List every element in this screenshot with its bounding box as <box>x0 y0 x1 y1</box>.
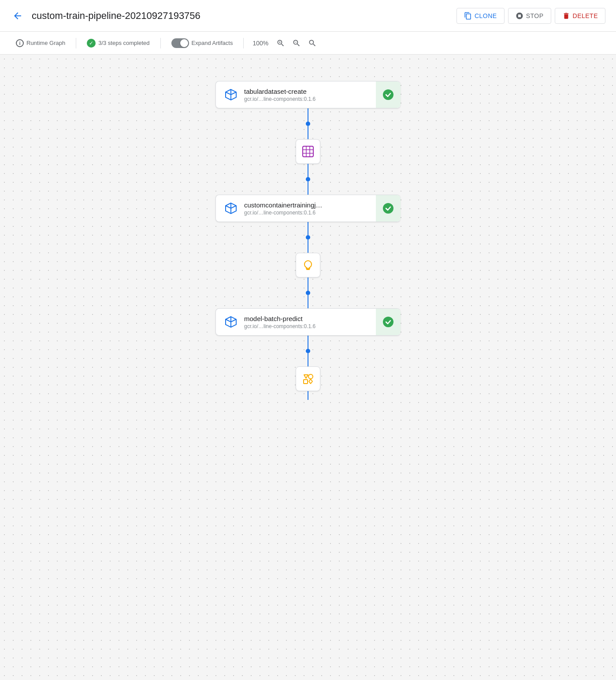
expand-artifacts-toggle[interactable] <box>171 38 189 48</box>
node-2-text: customcontainertrainingj… gcr.io/…line-c… <box>244 201 393 216</box>
connector-dot-1 <box>306 122 310 126</box>
steps-completed-item: ✓ 3/3 steps completed <box>82 36 155 50</box>
delete-label: DELETE <box>573 12 598 19</box>
connector-line-5a <box>308 336 308 349</box>
cube-icon-1 <box>223 87 239 103</box>
node-3-text: model-batch-predict gcr.io/…line-compone… <box>244 315 393 329</box>
success-icon-1 <box>382 89 394 100</box>
info-icon: i <box>16 39 24 47</box>
artifact-node-2[interactable] <box>296 253 320 277</box>
connector-1 <box>306 108 310 139</box>
connector-line-3a <box>308 222 308 235</box>
zoom-in-button[interactable] <box>274 36 288 50</box>
runtime-graph-label: Runtime Graph <box>26 40 65 46</box>
clone-button[interactable]: CLONE <box>456 8 505 24</box>
connector-dot-2 <box>306 177 310 181</box>
delete-button[interactable]: DELETE <box>555 8 605 24</box>
connector-line-5b <box>308 353 308 366</box>
clone-label: CLONE <box>475 12 497 19</box>
cube-icon-2 <box>223 200 239 216</box>
bulb-icon <box>302 259 314 271</box>
connector-line-3b <box>308 240 308 253</box>
node-3-subtitle: gcr.io/…line-components:0.1.6 <box>244 323 393 329</box>
connector-dot-5 <box>306 349 310 353</box>
pipeline-canvas: tabulardataset-create gcr.io/…line-compo… <box>0 55 616 680</box>
stop-label: STOP <box>526 12 544 19</box>
node-1-text: tabulardataset-create gcr.io/…line-compo… <box>244 88 393 102</box>
svg-point-14 <box>308 374 313 379</box>
svg-rect-15 <box>304 380 308 384</box>
connector-line-2a <box>308 164 308 177</box>
svg-point-13 <box>383 317 393 327</box>
pipeline-node-1[interactable]: tabulardataset-create gcr.io/…line-compo… <box>215 81 401 108</box>
connector-6 <box>308 391 308 400</box>
connector-4 <box>306 277 310 308</box>
success-icon-2 <box>382 203 394 214</box>
page-title: custom-train-pipeline-20210927193756 <box>32 10 449 22</box>
back-button[interactable] <box>11 9 25 23</box>
expand-artifacts-item[interactable]: Expand Artifacts <box>166 36 238 51</box>
svg-point-1 <box>383 89 393 100</box>
pipeline-node-2[interactable]: customcontainertrainingj… gcr.io/…line-c… <box>215 195 401 222</box>
cube-icon-3 <box>223 314 239 330</box>
connector-dot-4 <box>306 291 310 295</box>
expand-artifacts-label: Expand Artifacts <box>192 40 233 46</box>
toolbar-divider-2 <box>160 38 161 48</box>
node-2-subtitle: gcr.io/…line-components:0.1.6 <box>244 210 393 216</box>
steps-completed-label: 3/3 steps completed <box>98 40 149 46</box>
connector-5 <box>306 336 310 366</box>
stop-button[interactable]: STOP <box>508 8 551 24</box>
node-1-subtitle: gcr.io/…line-components:0.1.6 <box>244 96 393 102</box>
node-1-success <box>376 81 401 108</box>
svg-rect-2 <box>303 146 313 157</box>
connector-line-1a <box>308 108 308 122</box>
zoom-out-button[interactable] <box>289 36 304 50</box>
node-2-title: customcontainertrainingj… <box>244 201 393 209</box>
connector-3 <box>306 222 310 253</box>
zoom-level: 100% <box>249 40 272 47</box>
toolbar: i Runtime Graph ✓ 3/3 steps completed Ex… <box>0 32 616 55</box>
success-icon-3 <box>382 316 394 328</box>
toolbar-divider-1 <box>76 38 76 48</box>
check-circle-icon: ✓ <box>87 39 96 48</box>
connector-line-4b <box>308 295 308 308</box>
shapes-icon <box>302 373 314 385</box>
artifact-node-3[interactable] <box>296 366 320 391</box>
connector-line-6 <box>308 391 308 400</box>
node-3-success <box>376 309 401 335</box>
zoom-reset-button[interactable] <box>305 36 319 50</box>
connector-line-4a <box>308 277 308 291</box>
connector-dot-3 <box>306 235 310 240</box>
header: custom-train-pipeline-20210927193756 CLO… <box>0 0 616 32</box>
node-2-success <box>376 195 401 222</box>
connector-line-1b <box>308 126 308 139</box>
svg-point-8 <box>383 203 393 214</box>
toolbar-divider-3 <box>243 38 244 48</box>
node-1-title: tabulardataset-create <box>244 88 393 95</box>
header-actions: CLONE STOP DELETE <box>456 8 605 24</box>
table-icon <box>302 145 314 158</box>
artifact-node-1[interactable] <box>296 139 320 164</box>
pipeline-node-3[interactable]: model-batch-predict gcr.io/…line-compone… <box>215 308 401 336</box>
connector-line-2b <box>308 181 308 195</box>
connector-2 <box>306 164 310 195</box>
runtime-graph-item[interactable]: i Runtime Graph <box>11 37 71 50</box>
toggle-track <box>171 38 189 48</box>
toggle-knob <box>180 39 188 47</box>
pipeline-container: tabulardataset-create gcr.io/…line-compo… <box>215 81 401 400</box>
node-3-title: model-batch-predict <box>244 315 393 322</box>
